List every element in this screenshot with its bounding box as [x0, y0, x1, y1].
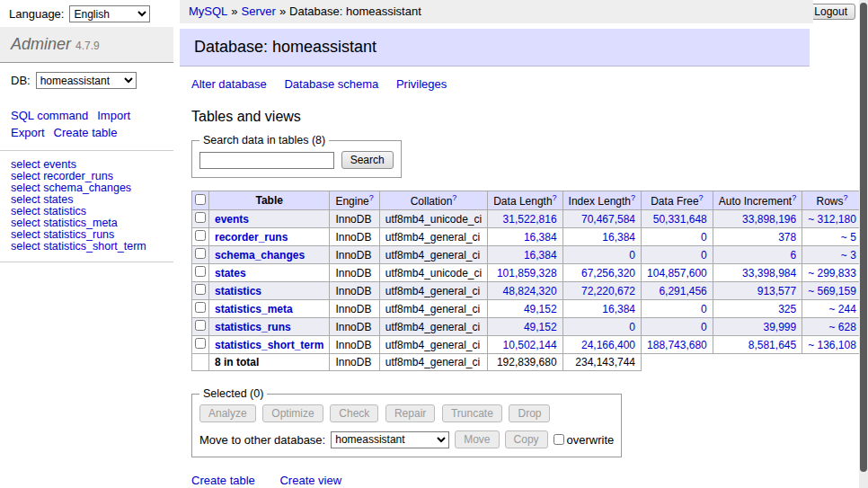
- data-free-link[interactable]: 6,291,456: [659, 285, 706, 297]
- table-name-link[interactable]: states: [215, 267, 246, 279]
- optimize-button[interactable]: Optimize: [262, 404, 323, 422]
- auto-increment-link[interactable]: 33,898,196: [742, 213, 796, 226]
- row-checkbox[interactable]: [195, 302, 206, 313]
- auto-increment-link[interactable]: 378: [778, 231, 796, 244]
- scrollbar[interactable]: [859, 0, 868, 488]
- move-database-select[interactable]: homeassistant: [331, 431, 449, 448]
- auto-increment-link[interactable]: 6: [790, 249, 796, 262]
- help-icon[interactable]: ?: [452, 193, 456, 202]
- search-button[interactable]: Search: [341, 151, 394, 169]
- auto-increment-link[interactable]: 913,577: [757, 285, 796, 297]
- row-checkbox[interactable]: [195, 338, 206, 349]
- language-select[interactable]: English: [69, 5, 150, 22]
- logout-button[interactable]: Logout: [806, 4, 855, 20]
- table-name-link[interactable]: statistics: [215, 285, 261, 297]
- create-links-row: Create table Create view: [191, 474, 856, 487]
- row-checkbox[interactable]: [195, 320, 206, 331]
- data-length-link[interactable]: 16,384: [524, 249, 557, 262]
- data-free-link[interactable]: 0: [701, 303, 707, 315]
- rows-link[interactable]: ~ 136,108: [808, 339, 856, 351]
- row-checkbox[interactable]: [195, 266, 206, 277]
- selected-buttons-row: Analyze Optimize Check Repair Truncate D…: [199, 404, 614, 422]
- index-length-link[interactable]: 70,467,584: [581, 213, 635, 226]
- help-icon[interactable]: ?: [553, 193, 557, 202]
- repair-button[interactable]: Repair: [385, 404, 435, 422]
- rows-link[interactable]: ~ 5: [841, 231, 856, 244]
- data-free-link[interactable]: 0: [701, 249, 707, 262]
- check-button[interactable]: Check: [330, 404, 378, 422]
- row-checkbox[interactable]: [195, 284, 206, 295]
- import-link[interactable]: Import: [97, 109, 130, 122]
- data-length-link[interactable]: 16,384: [524, 231, 557, 244]
- index-length-link[interactable]: 0: [629, 321, 635, 333]
- auto-increment-link[interactable]: 39,999: [763, 321, 796, 333]
- row-checkbox[interactable]: [195, 248, 206, 259]
- help-icon[interactable]: ?: [631, 193, 635, 202]
- row-checkbox[interactable]: [195, 212, 206, 223]
- overwrite-checkbox[interactable]: [554, 434, 564, 445]
- move-button[interactable]: Move: [455, 430, 499, 448]
- data-free-link[interactable]: 104,857,600: [647, 267, 707, 279]
- database-schema-link[interactable]: Database schema: [284, 77, 378, 91]
- index-length-link[interactable]: 16,384: [602, 231, 635, 244]
- table-name-link[interactable]: statistics_runs: [215, 321, 291, 333]
- breadcrumb-link-mysql[interactable]: MySQL: [189, 4, 227, 18]
- data-length-link[interactable]: 31,522,816: [503, 213, 557, 226]
- rows-link[interactable]: ~ 299,833: [808, 267, 856, 279]
- search-input[interactable]: [199, 152, 334, 169]
- table-name-link[interactable]: events: [215, 213, 249, 226]
- data-length-link[interactable]: 101,859,328: [497, 267, 557, 279]
- engine-cell: InnoDB: [330, 282, 379, 300]
- index-length-link[interactable]: 0: [629, 249, 635, 262]
- help-icon[interactable]: ?: [699, 193, 704, 202]
- index-length-link[interactable]: 67,256,320: [581, 267, 635, 279]
- auto-increment-link[interactable]: 33,398,984: [742, 267, 796, 279]
- create-view-link[interactable]: Create view: [279, 474, 341, 487]
- data-free-link[interactable]: 0: [701, 321, 707, 333]
- rows-link[interactable]: ~ 312,180: [808, 213, 856, 226]
- data-length-link[interactable]: 10,502,144: [503, 339, 557, 351]
- export-link[interactable]: Export: [11, 126, 45, 139]
- select-all-checkbox[interactable]: [195, 194, 206, 205]
- table-name-link[interactable]: recorder_runs: [215, 231, 288, 244]
- tables-and-views-heading: Tables and views: [191, 109, 856, 125]
- privileges-link[interactable]: Privileges: [396, 77, 447, 91]
- copy-button[interactable]: Copy: [505, 430, 548, 448]
- breadcrumb-link-server[interactable]: Server: [242, 4, 276, 18]
- table-name-link[interactable]: statistics_short_term: [215, 339, 323, 351]
- help-icon[interactable]: ?: [792, 193, 796, 202]
- rows-link[interactable]: ~ 3: [841, 249, 856, 262]
- analyze-button[interactable]: Analyze: [199, 404, 256, 422]
- adminer-logo-link[interactable]: Adminer: [11, 35, 71, 53]
- data-free-link[interactable]: 50,331,648: [653, 213, 707, 226]
- scrollbar-thumb[interactable]: [860, 3, 867, 472]
- data-free-link[interactable]: 188,743,680: [647, 339, 707, 351]
- alter-database-link[interactable]: Alter database: [191, 77, 267, 91]
- db-select[interactable]: homeassistant: [36, 72, 137, 89]
- table-name-link[interactable]: statistics_meta: [215, 303, 293, 315]
- collation-cell: utf8mb4_unicode_ci: [379, 210, 487, 228]
- index-length-link[interactable]: 72,220,672: [581, 285, 635, 297]
- index-length-link[interactable]: 16,384: [602, 303, 635, 315]
- create-table-link[interactable]: Create table: [54, 126, 118, 139]
- rows-link[interactable]: ~ 244: [829, 303, 856, 315]
- data-length-link[interactable]: 49,152: [524, 321, 557, 333]
- rows-link[interactable]: ~ 628: [829, 321, 856, 333]
- sidebar-table-link[interactable]: select statistics_short_term: [11, 241, 163, 253]
- truncate-button[interactable]: Truncate: [442, 404, 502, 422]
- auto-increment-link[interactable]: 8,581,645: [748, 339, 796, 351]
- data-free-link[interactable]: 0: [701, 231, 707, 244]
- data-length-link[interactable]: 48,824,320: [503, 285, 557, 297]
- help-icon[interactable]: ?: [369, 193, 374, 202]
- data-length-link[interactable]: 49,152: [524, 303, 557, 315]
- collation-cell: utf8mb4_general_ci: [379, 282, 487, 300]
- table-name-link[interactable]: schema_changes: [215, 249, 305, 262]
- help-icon[interactable]: ?: [844, 193, 848, 202]
- index-length-link[interactable]: 24,166,400: [581, 339, 635, 351]
- row-checkbox[interactable]: [195, 230, 206, 241]
- rows-link[interactable]: ~ 569,159: [808, 285, 856, 297]
- create-table-bottom-link[interactable]: Create table: [191, 474, 255, 487]
- sql-command-link[interactable]: SQL command: [11, 109, 88, 122]
- auto-increment-link[interactable]: 325: [778, 303, 796, 315]
- drop-button[interactable]: Drop: [509, 404, 550, 422]
